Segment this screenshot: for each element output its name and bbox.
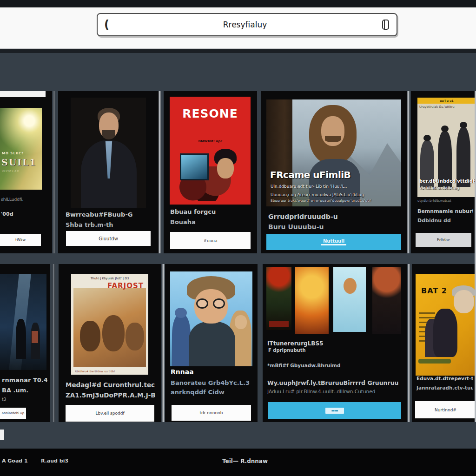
card-divider	[162, 264, 165, 422]
card-title-text: '00d	[1, 211, 49, 217]
poster-credits: uu u'tur u .a w	[2, 169, 19, 172]
collection-subtitle: F dprlpnubuth	[268, 348, 306, 353]
card-micro-text: t3	[2, 397, 47, 402]
media-card-newspaper[interactable]: uu'l u u1 Uruybtlruiak Gu.'uttltru ber.d…	[411, 91, 476, 253]
card-title-text: Bwrreabu#FBuub-G	[66, 211, 156, 218]
figure-art	[80, 321, 100, 351]
poster-dark-stage[interactable]	[0, 274, 46, 370]
card-subtitle-text: ZA1.5mJ3uDoPPR.A.M.J-B	[66, 391, 159, 399]
poster-overlay-line: ber.dbtinbdcd'vttdidbgrt	[419, 178, 476, 184]
poster-subtitle: BMWKM! apr	[170, 139, 251, 143]
poster-overlay-line: Vbrtdtlathu.dbtlbrlwg	[419, 186, 459, 190]
poster-title: RESONE	[170, 107, 251, 120]
toolbar-shadow	[0, 49, 476, 53]
media-card-collection[interactable]: ITtunererurgLBS5 F dprlpnubuth *mBfi#f G…	[263, 264, 407, 422]
banner-art	[418, 359, 451, 364]
thumb-poster-redhair[interactable]	[372, 267, 401, 334]
media-row-1: MO SLKC? SUIL1 uu u'tur u .a w shlLLuddf…	[0, 91, 476, 253]
url-input[interactable]	[113, 20, 377, 29]
search-field[interactable]: (	[97, 13, 397, 36]
media-card-man-suit[interactable]: Bwrreabu#FBuub-G Shba trb.m-th Giuutdw	[58, 91, 159, 253]
card-subtitle-text: Shba trb.m-th	[66, 221, 156, 228]
monitor-art	[180, 153, 209, 180]
card-divider	[159, 91, 161, 253]
card-divider	[407, 91, 410, 253]
media-card-featured-wide[interactable]: FRcame uFimliB Uln.ddbuaru,edt t ur- Lib…	[261, 91, 407, 253]
media-card-animated-boy[interactable]: Rnnaa Banorateu Grb4bYc.L.3 anrknqddf Ci…	[165, 264, 258, 422]
app-window: ( MO SLKC? SUIL1 uu u'tur u .a w shlLLud…	[0, 0, 476, 476]
card-subtext: shlLLuddfi.	[1, 197, 49, 202]
poster-title: BAT 2	[421, 286, 447, 295]
moustache-art	[325, 136, 341, 142]
poster-topline: MO SLKC?	[2, 152, 24, 155]
poster-overlay-line: Uuuuau,r.ug Areorr mu.udwa JALiS.L.u'i'b…	[271, 192, 364, 197]
card-subtitle-text: Bouaha	[170, 218, 254, 225]
card-poster-title: Rnnaa	[171, 368, 194, 376]
poster-claymation-boy[interactable]	[170, 271, 252, 366]
card-action-button[interactable]: Nurtinnd#	[415, 401, 476, 418]
status-item-left-2: R.aud bi3	[41, 458, 68, 464]
thumb-poster-dark[interactable]	[266, 267, 291, 330]
status-item-left: A Goad 1	[2, 458, 28, 464]
poster-mountain-valley[interactable]: MO SLKC? SUIL1 uu u'tur u .a w	[0, 108, 42, 190]
thumb-poster-blue[interactable]	[333, 267, 366, 332]
card-action-button[interactable]: Edtdae	[416, 233, 471, 247]
media-row-2: rnmanar T0.44 BA .um. t3 anniardehi up T…	[0, 264, 476, 422]
media-card-vintage-poster[interactable]: Thute J Kbyuiak Jhdt' | D3 FARJOST Rbtdl…	[59, 264, 161, 422]
card-top-cap	[0, 91, 46, 97]
card-micro-text: uty.dbr.brfdlb.wub.ut	[417, 199, 473, 203]
head-art	[441, 126, 449, 132]
figure-art	[16, 319, 26, 359]
card-action-button[interactable]: #uuua	[170, 232, 251, 249]
poster-longhair-man-mountains[interactable]: FRcame uFimliB Uln.ddbuaru,edt t ur- Lib…	[266, 99, 401, 206]
poster-overlay-title: FRcame uFimliB	[270, 169, 350, 180]
card-title-text: Bbuau forgcu	[170, 208, 254, 215]
card-title-text: Medagl#d Curonthrul.tec	[66, 381, 159, 389]
card-action-button[interactable]: tWkw	[0, 234, 41, 246]
poster-newspaper-group[interactable]: uu'l u u1 Uruybtlruiak Gu.'uttltru ber.d…	[417, 98, 476, 197]
card-action-button[interactable]: tdr nnnnnb	[172, 405, 251, 421]
glasses-art	[196, 298, 208, 309]
head-art	[460, 122, 467, 128]
card-primary-button[interactable]: Nuttuull	[266, 234, 401, 250]
figure-art	[172, 314, 191, 366]
card-action-button[interactable]: anniardehi up	[0, 408, 26, 419]
status-bar: A Goad 1 R.aud bi3 Teil— R.dnnaw	[0, 449, 476, 476]
reader-mode-icon[interactable]	[381, 19, 390, 31]
collection-title: ITtunererurgLBS5	[267, 340, 323, 347]
card-action-button[interactable]: Lbv.ell spoddf	[66, 405, 154, 422]
figure-art	[433, 309, 457, 357]
media-card-yellow-poster[interactable]: BAT 2 Eduva.dt.dtrepevrt-tnat'L.u Jannra…	[412, 264, 476, 422]
poster-yellow-bar: uu'l u u1	[417, 98, 476, 104]
poster-overlay-line: Ebuuruur truki,'wuurd' wi wruuauri'duuul…	[271, 198, 371, 203]
bottom-left-notch	[0, 430, 4, 440]
card-divider	[408, 264, 410, 422]
media-card-mountain[interactable]: MO SLKC? SUIL1 uu u'tur u .a w shlLLuddf…	[0, 91, 52, 253]
vest-art	[32, 331, 38, 343]
card-title-text: Eduva.dt.dtrepevrt-tnat'L.u	[416, 376, 473, 381]
figure-art	[126, 323, 144, 350]
poster-man-in-suit[interactable]	[71, 98, 146, 208]
poster-yellow-bat[interactable]: BAT 2	[416, 274, 475, 376]
card-action-button[interactable]: Giuutdw	[66, 231, 151, 246]
browser-toolbar: (	[0, 7, 476, 49]
tree-trunk-art	[266, 99, 292, 206]
poster-overlay-line: Uln.ddbuaru,edt t ur- Lib tin 'Huu.'L..	[271, 184, 347, 189]
thumb-poster-fire[interactable]	[295, 267, 329, 334]
card-subtitle-text: anrknqddf Cidw	[171, 389, 255, 396]
face-art	[217, 158, 234, 178]
media-card-resone[interactable]: RESONE BMWKM! apr Bbuau forgcu Bouaha #u…	[164, 91, 257, 253]
poster-red-resone[interactable]: RESONE BMWKM! apr	[170, 97, 251, 205]
head-art	[175, 308, 187, 318]
card-title-text: Bemnmamie nuburt-um	[417, 208, 473, 214]
poster-bottomline: Rbtdlwu# BwrBldnw uu t'dbl	[75, 370, 145, 373]
card-title-text: Grrudprldruuudb-u	[268, 213, 404, 220]
figure-art	[102, 315, 125, 351]
card-primary-button-label: Nuttuull	[321, 238, 346, 245]
card-title-text: rnmanar T0.44	[2, 377, 47, 383]
media-card-stage-scene[interactable]: rnmanar T0.44 BA .um. t3 anniardehi up	[0, 264, 50, 422]
poster-vintage-farjost[interactable]: Thute J Kbyuiak Jhdt' | D3 FARJOST Rbtdl…	[71, 274, 148, 375]
back-icon[interactable]: (	[104, 19, 109, 30]
poster-headline: Uruybtlruiak Gu.'uttltru	[419, 105, 474, 109]
card-primary-button[interactable]: ▬▬	[268, 402, 401, 419]
